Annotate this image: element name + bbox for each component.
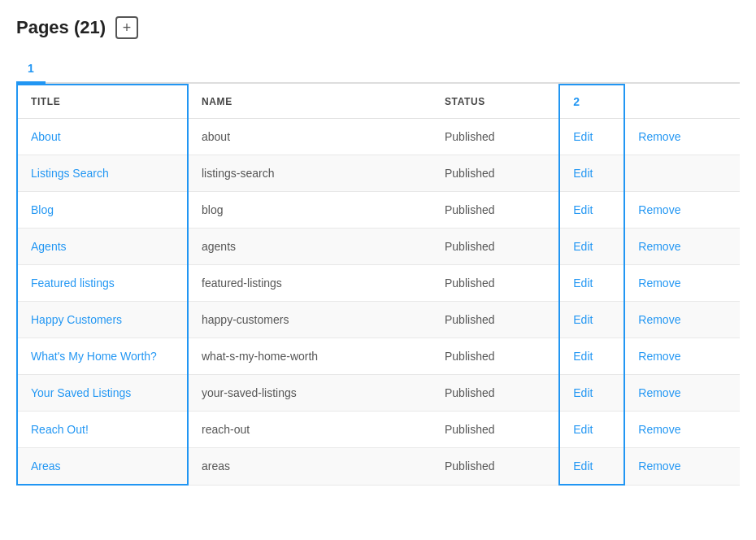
remove-cell (624, 155, 740, 192)
pagination-tab-1[interactable]: 1 (16, 55, 46, 84)
remove-button[interactable]: Remove (638, 240, 680, 253)
page-status: Published (432, 229, 559, 265)
edit-button[interactable]: Edit (573, 386, 593, 399)
remove-button[interactable]: Remove (638, 386, 680, 399)
edit-button[interactable]: Edit (573, 459, 593, 472)
page-status: Published (432, 155, 559, 192)
page-title-link[interactable]: Featured listings (31, 277, 115, 290)
table-row: Happy Customershappy-customersPublishedE… (17, 302, 740, 338)
remove-cell: Remove (624, 448, 740, 486)
remove-cell: Remove (624, 412, 740, 448)
page-title-link[interactable]: Areas (31, 459, 61, 472)
page-title-link[interactable]: Your Saved Listings (31, 386, 131, 399)
pages-table-container: TITLE NAME STATUS 2 AboutaboutPublishedE… (16, 84, 740, 486)
remove-button[interactable]: Remove (638, 313, 680, 326)
table-row: AgentsagentsPublishedEditRemove (17, 229, 740, 265)
page-name: featured-listings (188, 265, 432, 302)
page-header: Pages (21) + (16, 16, 740, 39)
page-name: agents (188, 229, 432, 265)
page-title-link[interactable]: What's My Home Worth? (31, 350, 157, 363)
column-header-name: NAME (188, 85, 432, 119)
table-row: What's My Home Worth?what-s-my-home-wort… (17, 338, 740, 375)
edit-button[interactable]: Edit (573, 423, 593, 436)
page-status: Published (432, 412, 559, 448)
page-status: Published (432, 119, 559, 155)
remove-cell: Remove (624, 302, 740, 338)
remove-button[interactable]: Remove (638, 130, 680, 143)
column-header-title: TITLE (17, 85, 188, 119)
edit-button[interactable]: Edit (573, 203, 593, 216)
page-title-link[interactable]: Happy Customers (31, 313, 122, 326)
table-row: BlogblogPublishedEditRemove (17, 192, 740, 229)
remove-button[interactable]: Remove (638, 350, 680, 363)
page-name: reach-out (188, 412, 432, 448)
remove-cell: Remove (624, 265, 740, 302)
remove-button[interactable]: Remove (638, 203, 680, 216)
page-status: Published (432, 265, 559, 302)
pagination-bar: 1 (16, 55, 740, 84)
page-title-link[interactable]: About (31, 130, 61, 143)
table-row: Listings Searchlistings-searchPublishedE… (17, 155, 740, 192)
remove-button[interactable]: Remove (638, 277, 680, 290)
page-name: what-s-my-home-worth (188, 338, 432, 375)
page-title-link[interactable]: Agents (31, 240, 67, 253)
page-status: Published (432, 302, 559, 338)
page-status: Published (432, 192, 559, 229)
edit-button[interactable]: Edit (573, 277, 593, 290)
page-title-link[interactable]: Blog (31, 203, 54, 216)
remove-cell: Remove (624, 338, 740, 375)
column-header-status: STATUS (432, 85, 559, 119)
page-status: Published (432, 448, 559, 486)
remove-button[interactable]: Remove (638, 423, 680, 436)
page-title: Pages (21) (16, 17, 106, 38)
page-name: about (188, 119, 432, 155)
edit-button[interactable]: Edit (573, 167, 593, 180)
remove-cell: Remove (624, 192, 740, 229)
page-name: happy-customers (188, 302, 432, 338)
add-page-button[interactable]: + (115, 16, 138, 39)
page-name: your-saved-listings (188, 375, 432, 412)
table-row: AreasareasPublishedEditRemove (17, 448, 740, 486)
page-title-link[interactable]: Reach Out! (31, 423, 89, 436)
column-header-2: 2 (559, 85, 624, 119)
table-row: Reach Out!reach-outPublishedEditRemove (17, 412, 740, 448)
table-row: AboutaboutPublishedEditRemove (17, 119, 740, 155)
remove-cell: Remove (624, 229, 740, 265)
page-name: blog (188, 192, 432, 229)
table-row: Featured listingsfeatured-listingsPublis… (17, 265, 740, 302)
page-status: Published (432, 338, 559, 375)
page-status: Published (432, 375, 559, 412)
edit-button[interactable]: Edit (573, 240, 593, 253)
pages-table: TITLE NAME STATUS 2 AboutaboutPublishedE… (16, 84, 740, 486)
page-name: areas (188, 448, 432, 486)
remove-cell: Remove (624, 119, 740, 155)
edit-button[interactable]: Edit (573, 313, 593, 326)
remove-button[interactable]: Remove (638, 459, 680, 472)
table-header-row: TITLE NAME STATUS 2 (17, 85, 740, 119)
table-row: Your Saved Listingsyour-saved-listingsPu… (17, 375, 740, 412)
edit-button[interactable]: Edit (573, 130, 593, 143)
remove-cell: Remove (624, 375, 740, 412)
page-title-link[interactable]: Listings Search (31, 167, 109, 180)
page-name: listings-search (188, 155, 432, 192)
column-header-remove (624, 85, 740, 119)
edit-button[interactable]: Edit (573, 350, 593, 363)
